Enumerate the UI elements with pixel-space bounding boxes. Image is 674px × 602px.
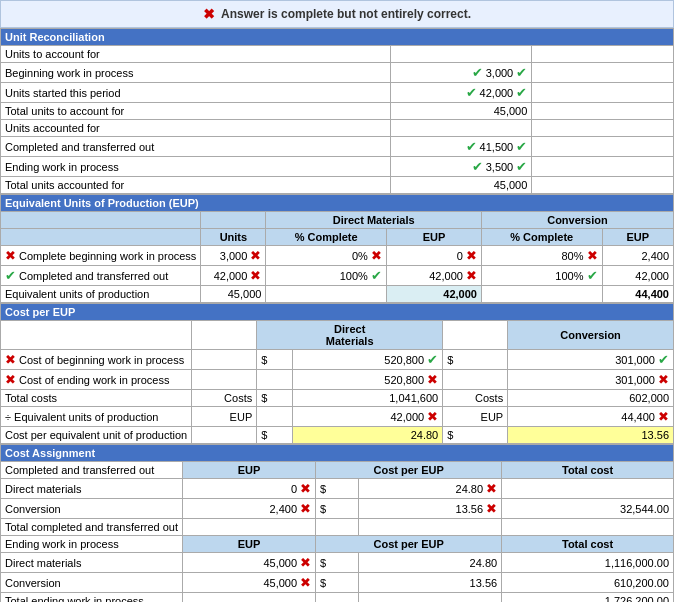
- ewip-value: ✔ 3,500 ✔: [390, 157, 532, 177]
- ca-cto-cv-dollar: $: [316, 499, 359, 519]
- total-eup-pct-cv: [481, 286, 602, 303]
- cost-cv-header: Conversion: [508, 321, 674, 350]
- ewip-label: Ending work in process: [1, 157, 391, 177]
- total-units-to-account-row: Total units to account for 45,000: [1, 103, 674, 120]
- ca-ewip-dm-total: 1,116,000.00: [502, 553, 674, 573]
- cost-per-eup-table: Cost per EUP DirectMaterials Conversion …: [0, 303, 674, 444]
- total-costs-costs-cv: Costs: [443, 390, 508, 407]
- ca-cto-cv-row: Conversion 2,400 ✖ $ 13.56 ✖ 32,544.00: [1, 499, 674, 519]
- col-eup-cv: EUP: [602, 229, 674, 246]
- ca-col-total2: Total cost: [502, 536, 674, 553]
- eup-title: Equivalent Units of Production (EUP): [1, 195, 674, 212]
- total-units-to-account-value: 45,000: [390, 103, 532, 120]
- bwip-row: Beginning work in process ✔ 3,000 ✔: [1, 63, 674, 83]
- ca-total-cto-label: Total completed and transferred out: [1, 519, 183, 536]
- total-units-to-account-empty: [532, 103, 674, 120]
- ca-total-ewip-label: Total ending work in process: [1, 593, 183, 603]
- ca-ewip-cv-eup: 45,000 ✖: [183, 573, 316, 593]
- ca-ewip-dm-eup: 45,000 ✖: [183, 553, 316, 573]
- total-eup-units: 45,000: [201, 286, 266, 303]
- ca-col-eup1: EUP: [183, 462, 316, 479]
- total-eup-eup-dm: 42,000: [386, 286, 481, 303]
- eup-col-headers: Units % Complete EUP % Complete EUP: [1, 229, 674, 246]
- ca-total-ewip-row: Total ending work in process 1,726,200.0…: [1, 593, 674, 603]
- ca-ewip-dm-label: Direct materials: [1, 553, 183, 573]
- cost-ewip-dm: 520,800 ✖: [293, 370, 443, 390]
- cpu-row: Cost per equivalent unit of production $…: [1, 427, 674, 444]
- eup-table: Equivalent Units of Production (EUP) Dir…: [0, 194, 674, 303]
- units-started-row: Units started this period ✔ 42,000 ✔: [1, 83, 674, 103]
- ca-cto-header-row: Completed and transferred out EUP Cost p…: [1, 462, 674, 479]
- col-units: Units: [201, 229, 266, 246]
- ca-cto-dm-row: Direct materials 0 ✖ $ 24.80 ✖: [1, 479, 674, 499]
- total-eup-eup-cv: 44,400: [602, 286, 674, 303]
- total-units-accounted-value: 45,000: [390, 177, 532, 194]
- cbwip-pct-dm: 0% ✖: [266, 246, 387, 266]
- units-started-value: ✔ 42,000 ✔: [390, 83, 532, 103]
- cpu-dm-dollar: $: [257, 427, 293, 444]
- cbwip-label: ✖ Complete beginning work in process: [1, 246, 201, 266]
- units-started-empty: [532, 83, 674, 103]
- error-icon: ✖: [203, 6, 215, 22]
- eup-cto-pct-cv: 100% ✔: [481, 266, 602, 286]
- ca-col-cpu1: Cost per EUP: [316, 462, 502, 479]
- eup-cto-eup-cv: 42,000: [602, 266, 674, 286]
- ca-total-ewip-empty: [316, 593, 359, 603]
- cost-bwip-row: ✖ Cost of beginning work in process $ 52…: [1, 350, 674, 370]
- units-accounted-label: Units accounted for: [1, 120, 391, 137]
- cbwip-eup-cv: 2,400: [602, 246, 674, 266]
- div-eup-dm: 42,000 ✖: [293, 407, 443, 427]
- ca-ewip-cv-cpu: 13.56: [358, 573, 501, 593]
- ca-col-total1: Total cost: [502, 462, 674, 479]
- units-started-label: Units started this period: [1, 83, 391, 103]
- bwip-empty: [532, 63, 674, 83]
- eup-cto-pct-dm: 100% ✔: [266, 266, 387, 286]
- bwip-check1: ✔ 3,000 ✔: [390, 63, 532, 83]
- ca-cto-cv-total: 32,544.00: [502, 499, 674, 519]
- ca-total-cto-cpu: [358, 519, 501, 536]
- cbwip-pct-cv: 80% ✖: [481, 246, 602, 266]
- ca-ewip-header-row: Ending work in process EUP Cost per EUP …: [1, 536, 674, 553]
- cost-bwip-cv: 301,000 ✔: [508, 350, 674, 370]
- banner: ✖ Answer is complete but not entirely co…: [0, 0, 674, 28]
- ca-col-eup2: EUP: [183, 536, 316, 553]
- ca-ewip-cv-row: Conversion 45,000 ✖ $ 13.56 610,200.00: [1, 573, 674, 593]
- total-eup-label: Equivalent units of production: [1, 286, 201, 303]
- ca-cto-cv-eup: 2,400 ✖: [183, 499, 316, 519]
- ca-cto-dm-cpu: 24.80 ✖: [358, 479, 501, 499]
- cost-col-group-row: DirectMaterials Conversion: [1, 321, 674, 350]
- col-eup-dm: EUP: [386, 229, 481, 246]
- total-costs-dm: 1,041,600: [293, 390, 443, 407]
- banner-text: Answer is complete but not entirely corr…: [221, 7, 471, 21]
- ca-total-cto-empty: [316, 519, 359, 536]
- cpu-dm: 24.80: [293, 427, 443, 444]
- cbwip-eup-dm: 0 ✖: [386, 246, 481, 266]
- ca-total-cto-eup: [183, 519, 316, 536]
- cost-ewip-row: ✖ Cost of ending work in process 520,800…: [1, 370, 674, 390]
- units-accounted-label-row: Units accounted for: [1, 120, 674, 137]
- cost-ewip-empty: [192, 370, 257, 390]
- div-eup-eup-dm: EUP: [192, 407, 257, 427]
- completed-transferred-value: ✔ 41,500 ✔: [390, 137, 532, 157]
- cv-group-header: Conversion: [481, 212, 673, 229]
- cost-bwip-cv-dollar: $: [443, 350, 508, 370]
- cost-ewip-cv-dollar: [443, 370, 508, 390]
- total-units-accounted-label: Total units accounted for: [1, 177, 391, 194]
- eup-col-group-row: Direct Materials Conversion: [1, 212, 674, 229]
- units-to-account-label: Units to account for: [1, 46, 391, 63]
- unit-recon-header: Unit Reconciliation: [1, 29, 674, 46]
- div-eup-eup-cv: EUP: [443, 407, 508, 427]
- ca-col-cpu2: Cost per EUP: [316, 536, 502, 553]
- div-eup-label: ÷ Equivalent units of production: [1, 407, 192, 427]
- cost-assignment-header-row: Cost Assignment: [1, 445, 674, 462]
- ewip-row: Ending work in process ✔ 3,500 ✔: [1, 157, 674, 177]
- cost-dm-header: DirectMaterials: [257, 321, 443, 350]
- cpu-cv-dollar: $: [443, 427, 508, 444]
- cpu-cv: 13.56: [508, 427, 674, 444]
- total-costs-dm-dollar: $: [257, 390, 293, 407]
- total-units-accounted-row: Total units accounted for 45,000: [1, 177, 674, 194]
- ca-total-ewip-eup: [183, 593, 316, 603]
- completed-transferred-label: Completed and transferred out: [1, 137, 391, 157]
- ca-total-ewip-cpu: [358, 593, 501, 603]
- cpu-empty: [192, 427, 257, 444]
